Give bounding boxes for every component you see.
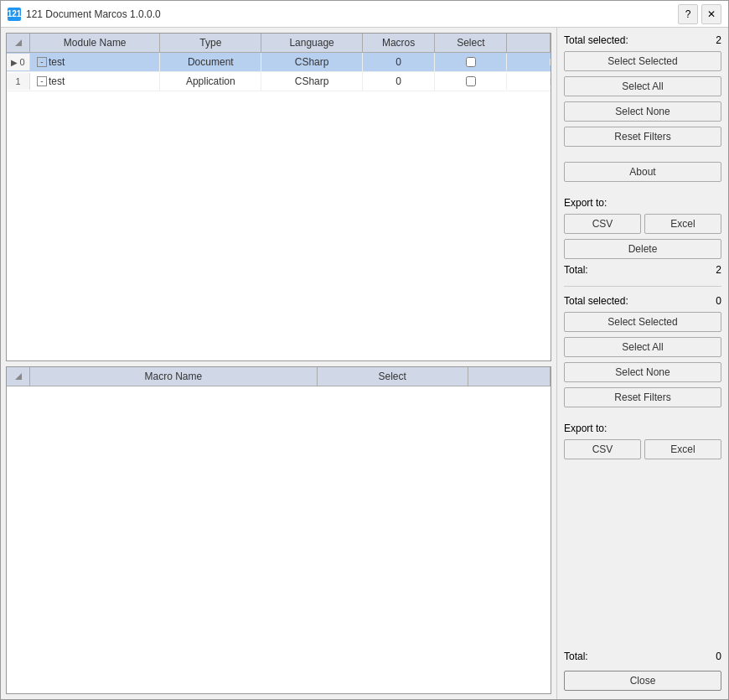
top-total-row: Total: 2 <box>564 264 721 276</box>
title-bar: 121 121 Document Marcos 1.0.0.0 ? ✕ <box>1 1 728 28</box>
top-reset-filters-button[interactable]: Reset Filters <box>564 127 721 147</box>
cell-extra <box>507 59 551 65</box>
top-export-buttons: CSV Excel <box>564 214 721 234</box>
app-icon-text: 121 <box>8 9 22 18</box>
bottom-export-to-row: Export to: <box>564 423 721 434</box>
spacer <box>564 464 721 647</box>
row-number: 1 <box>7 73 30 90</box>
bottom-grid-header: Macro Name Select <box>7 367 551 386</box>
separator-3 <box>564 412 721 419</box>
corner-triangle-icon <box>15 373 22 380</box>
bottom-csv-button[interactable]: CSV <box>564 439 641 459</box>
cell-language: CSharp <box>261 53 363 71</box>
tree-expand-icon[interactable]: - <box>37 57 47 67</box>
panel-divider <box>564 286 721 287</box>
bottom-select-selected-button[interactable]: Select Selected <box>564 312 721 332</box>
row-num-value: 1 <box>15 76 20 86</box>
top-select-all-button[interactable]: Select All <box>564 76 721 96</box>
bottom-reset-filters-button[interactable]: Reset Filters <box>564 387 721 407</box>
bottom-grid-corner <box>7 367 30 386</box>
cell-module-name: - test <box>30 53 160 71</box>
cell-module-name-text: test <box>49 56 65 68</box>
col-header-select[interactable]: Select <box>435 34 507 52</box>
close-window-button[interactable]: ✕ <box>701 4 721 24</box>
cell-select[interactable] <box>435 73 507 90</box>
top-export-to-row: Export to: <box>564 197 721 209</box>
col-header-module-name[interactable]: Module Name <box>30 34 160 52</box>
bottom-grid-body <box>7 386 551 690</box>
about-button[interactable]: About <box>564 162 721 182</box>
col-header-macro-name[interactable]: Macro Name <box>30 367 318 386</box>
col-header-type[interactable]: Type <box>160 34 261 52</box>
row-arrow-icon: ▶ <box>11 58 18 67</box>
separator-2 <box>564 187 721 194</box>
col-header-language[interactable]: Language <box>261 34 363 52</box>
cell-macros: 0 <box>363 72 435 91</box>
col-header-macro-extra <box>468 367 551 386</box>
col-header-extra <box>507 34 551 52</box>
bottom-total-selected-row: Total selected: 0 <box>564 295 721 307</box>
content-area: Module Name Type Language Macros Select … <box>1 28 728 699</box>
bottom-total-label: Total: <box>564 651 588 662</box>
top-grid-header: Module Name Type Language Macros Select <box>7 34 551 53</box>
help-button[interactable]: ? <box>678 4 698 24</box>
col-header-macros[interactable]: Macros <box>363 34 435 52</box>
right-panel: Total selected: 2 Select Selected Select… <box>556 28 728 699</box>
top-grid-corner <box>7 34 30 52</box>
top-select-none-button[interactable]: Select None <box>564 101 721 122</box>
separator-1 <box>564 152 721 158</box>
bottom-select-none-button[interactable]: Select None <box>564 362 721 382</box>
close-button[interactable]: Close <box>564 671 721 691</box>
top-excel-button[interactable]: Excel <box>644 214 721 234</box>
cell-type: Application <box>160 72 261 91</box>
left-panel: Module Name Type Language Macros Select … <box>1 28 556 699</box>
cell-macros: 0 <box>363 53 435 71</box>
row-checkbox[interactable] <box>466 76 476 86</box>
bottom-excel-button[interactable]: Excel <box>644 439 721 459</box>
top-total-value: 2 <box>716 264 721 276</box>
cell-type: Document <box>160 53 261 71</box>
row-number: ▶ 0 <box>7 54 30 70</box>
top-total-selected-label: Total selected: <box>564 34 628 46</box>
cell-language: CSharp <box>261 72 363 91</box>
table-row[interactable]: ▶ 0 - test Document CSharp 0 <box>7 53 551 72</box>
top-grid-body: ▶ 0 - test Document CSharp 0 <box>7 53 551 356</box>
top-total-selected-value: 2 <box>716 34 721 46</box>
row-checkbox[interactable] <box>466 57 476 67</box>
row-num-value: 0 <box>19 57 24 67</box>
app-icon: 121 <box>8 8 21 21</box>
table-row[interactable]: 1 - test Application CSharp 0 <box>7 72 551 91</box>
bottom-select-all-button[interactable]: Select All <box>564 337 721 357</box>
delete-button[interactable]: Delete <box>564 239 721 259</box>
bottom-export-to-label: Export to: <box>564 423 607 434</box>
title-bar-left: 121 121 Document Marcos 1.0.0.0 <box>8 8 161 21</box>
window-title: 121 Document Marcos 1.0.0.0 <box>26 8 161 20</box>
main-window: 121 121 Document Marcos 1.0.0.0 ? ✕ Modu… <box>0 0 729 700</box>
tree-expand-icon[interactable]: - <box>37 76 47 86</box>
cell-module-name: - test <box>30 72 160 91</box>
top-csv-button[interactable]: CSV <box>564 214 641 234</box>
cell-select[interactable] <box>435 54 507 70</box>
cell-extra <box>507 78 551 85</box>
title-bar-controls: ? ✕ <box>678 4 721 24</box>
col-header-macro-select[interactable]: Select <box>318 367 468 386</box>
bottom-total-row: Total: 0 <box>564 651 721 662</box>
top-select-selected-button[interactable]: Select Selected <box>564 51 721 71</box>
top-total-label: Total: <box>564 264 588 276</box>
bottom-export-buttons: CSV Excel <box>564 439 721 459</box>
bottom-grid: Macro Name Select <box>6 366 551 695</box>
top-export-to-label: Export to: <box>564 197 607 209</box>
bottom-total-selected-label: Total selected: <box>564 295 628 307</box>
corner-triangle-icon <box>15 39 22 46</box>
cell-module-name-text: test <box>49 75 65 87</box>
bottom-total-value: 0 <box>716 651 721 662</box>
bottom-total-selected-value: 0 <box>716 295 721 307</box>
top-total-selected-row: Total selected: 2 <box>564 34 721 46</box>
top-grid: Module Name Type Language Macros Select … <box>6 33 551 361</box>
